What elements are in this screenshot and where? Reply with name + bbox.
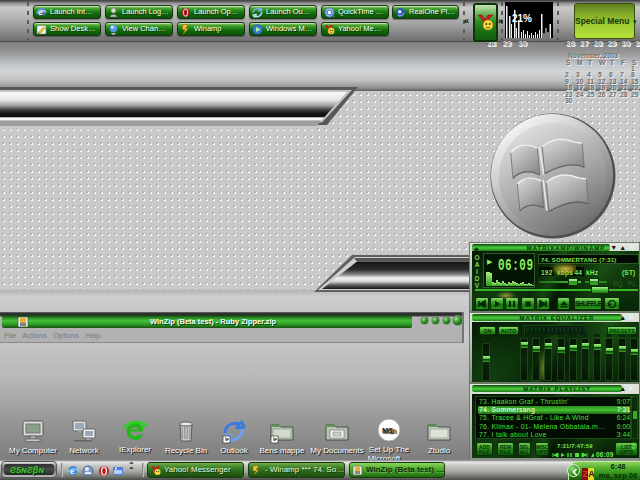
svg-text:n: n: [392, 426, 397, 435]
svg-text:e: e: [70, 467, 75, 476]
svg-text:e: e: [39, 8, 43, 17]
svg-text:A: A: [588, 469, 594, 479]
